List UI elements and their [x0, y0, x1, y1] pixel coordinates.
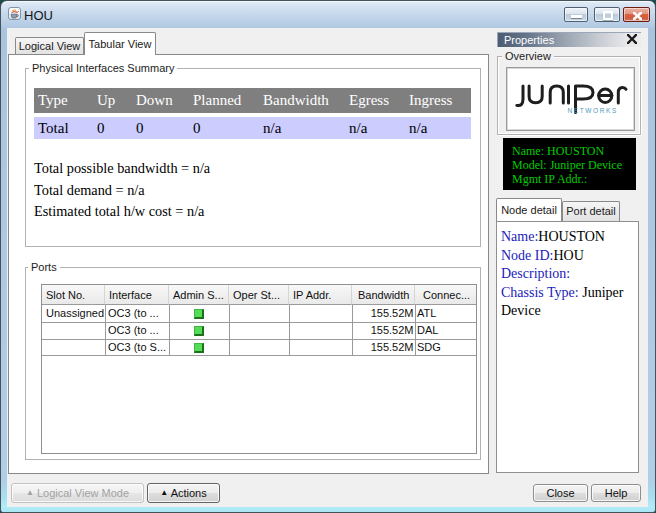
- svg-text:NETWORKS: NETWORKS: [568, 107, 618, 114]
